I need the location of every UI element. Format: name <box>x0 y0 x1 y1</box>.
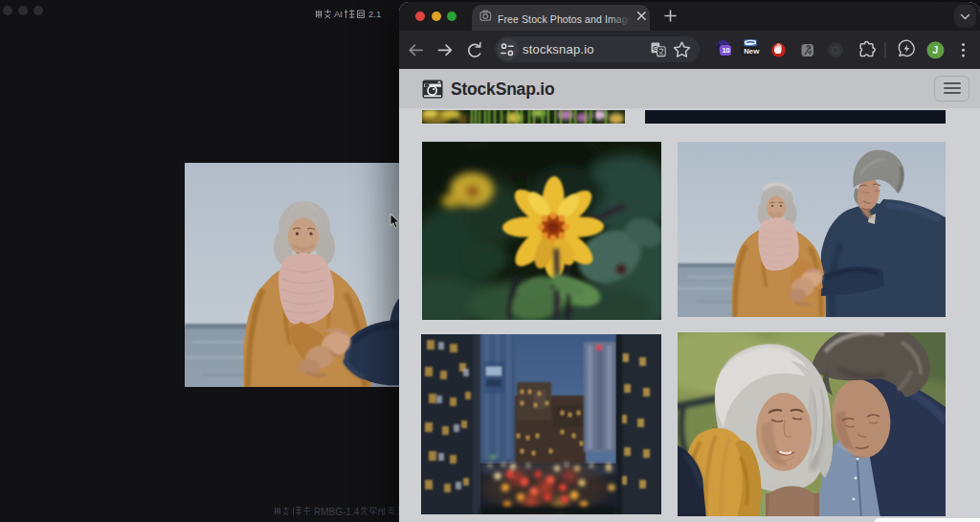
svg-text:New: New <box>744 47 760 56</box>
svg-text:10: 10 <box>722 46 729 55</box>
svg-text:J: J <box>932 44 938 56</box>
svg-text:RMBG-1.4: RMBG-1.4 <box>314 507 360 516</box>
svg-text:AI: AI <box>334 10 343 19</box>
svg-text:2.1: 2.1 <box>368 10 381 19</box>
